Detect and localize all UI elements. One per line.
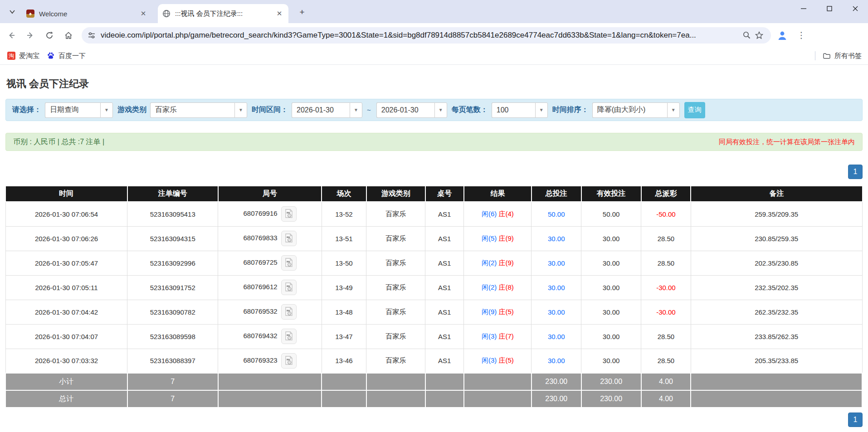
- cell-game: 百家乐: [366, 324, 425, 349]
- tab-search-button[interactable]: [5, 5, 19, 19]
- video-replay-icon: [283, 257, 294, 268]
- column-header: 桌号: [425, 186, 464, 202]
- summary-cell: 7: [127, 373, 218, 390]
- summary-cell: 230.00: [581, 373, 641, 390]
- site-info-icon[interactable]: [87, 31, 96, 40]
- cell-valid_bet: 30.00: [581, 275, 641, 300]
- result-banker: 庄(5): [498, 308, 513, 316]
- cell-result: 闲(5) 庄(9): [464, 226, 532, 251]
- cell-valid_bet: 30.00: [581, 324, 641, 349]
- bet-records-table: 时间注单编号局号场次游戏类别桌号结果总投注有效投注总派彩备注 2026-01-3…: [5, 186, 863, 408]
- cell-total_bet[interactable]: 30.00: [532, 251, 581, 275]
- bookmark-taobao[interactable]: 淘 爱淘宝: [7, 52, 39, 60]
- cell-valid_bet: 30.00: [581, 300, 641, 324]
- query-type-select[interactable]: 日期查询 ▼: [45, 102, 113, 118]
- summary-cell: [322, 373, 366, 390]
- home-button[interactable]: [61, 28, 76, 43]
- cell-total_bet[interactable]: 30.00: [532, 226, 581, 251]
- back-button[interactable]: [4, 28, 19, 43]
- forward-button[interactable]: [23, 28, 38, 43]
- date-to-select[interactable]: 2026-01-30 ▼: [376, 102, 447, 118]
- page-1-button[interactable]: 1: [848, 413, 863, 427]
- per-page-select[interactable]: 100 ▼: [492, 102, 548, 118]
- cell-table_no: AS1: [425, 275, 464, 300]
- tab-welcome[interactable]: ♠ Welcome ✕: [22, 4, 152, 23]
- cell-bet_no: 523163088397: [127, 349, 218, 373]
- result-player: 闲(3): [482, 356, 497, 364]
- table-body: 2026-01-30 07:06:54523163095413680769916…: [6, 202, 863, 408]
- chevron-down-icon[interactable]: ▼: [234, 102, 247, 118]
- chevron-down-icon[interactable]: ▼: [100, 102, 113, 118]
- reload-button[interactable]: [42, 28, 57, 43]
- chevron-down-icon[interactable]: ▼: [667, 102, 680, 118]
- video-replay-button[interactable]: [281, 304, 297, 320]
- cell-time: 2026-01-30 07:04:07: [6, 324, 127, 349]
- all-bookmarks-button[interactable]: 所有书签: [823, 52, 862, 60]
- cell-total_bet[interactable]: 30.00: [532, 349, 581, 373]
- zoom-page-icon[interactable]: [740, 29, 753, 42]
- summary-cell: 230.00: [532, 373, 581, 390]
- chevron-down-icon[interactable]: ▼: [535, 102, 548, 118]
- profile-avatar[interactable]: [775, 28, 790, 43]
- cell-round: 680769532: [218, 300, 322, 324]
- search-button[interactable]: 查询: [684, 102, 705, 118]
- cell-total_bet[interactable]: 50.00: [532, 202, 581, 226]
- url-text[interactable]: videoie.com/ipl/portal.php/game/betrecor…: [101, 31, 740, 40]
- cell-total_bet[interactable]: 30.00: [532, 275, 581, 300]
- cell-valid_bet: 30.00: [581, 226, 641, 251]
- cell-payout: -30.00: [641, 300, 691, 324]
- summary-cell: [218, 390, 322, 408]
- result-banker: 庄(9): [498, 259, 513, 267]
- game-type-select[interactable]: 百家乐 ▼: [150, 102, 247, 118]
- video-replay-icon: [283, 282, 294, 292]
- chevron-down-icon[interactable]: ▼: [350, 102, 362, 118]
- new-tab-button[interactable]: +: [296, 6, 308, 19]
- table-row: 2026-01-30 07:06:26523163094315680769833…: [6, 226, 863, 251]
- cell-remark: 205.35/233.85: [691, 349, 862, 373]
- video-replay-button[interactable]: [281, 353, 297, 369]
- video-replay-button[interactable]: [281, 280, 297, 295]
- date-from-select[interactable]: 2026-01-30 ▼: [292, 102, 362, 118]
- video-replay-icon: [283, 330, 294, 341]
- sort-select[interactable]: 降幂(由大到小) ▼: [592, 102, 680, 118]
- video-replay-button[interactable]: [281, 255, 297, 271]
- maximize-button[interactable]: [816, 0, 842, 17]
- browser-menu-button[interactable]: ⋮: [794, 28, 809, 43]
- video-replay-icon: [283, 233, 294, 243]
- tab-title: Welcome: [39, 10, 139, 18]
- table-header-row: 时间注单编号局号场次游戏类别桌号结果总投注有效投注总派彩备注: [6, 186, 863, 202]
- close-window-button[interactable]: [842, 0, 868, 17]
- currency-summary: 币别 : 人民币 | 总共 :7 注单 |: [13, 137, 104, 147]
- tab-strip: ♠ Welcome ✕ :::视讯 会员下注纪录::: ✕ +: [0, 0, 868, 23]
- column-header: 备注: [691, 186, 862, 202]
- cell-total_bet[interactable]: 30.00: [532, 300, 581, 324]
- url-bar[interactable]: videoie.com/ipl/portal.php/game/betrecor…: [82, 27, 771, 44]
- summary-cell: [691, 373, 862, 390]
- tab-betrecord[interactable]: :::视讯 会员下注纪录::: ✕: [158, 4, 288, 23]
- pagination-bottom: 1: [5, 413, 863, 427]
- video-replay-button[interactable]: [281, 231, 297, 246]
- result-player: 闲(9): [482, 308, 497, 316]
- cell-total_bet[interactable]: 30.00: [532, 324, 581, 349]
- page-1-button[interactable]: 1: [848, 165, 863, 179]
- column-header: 局号: [218, 186, 322, 202]
- cell-result: 闲(6) 庄(4): [464, 202, 532, 226]
- table-row: 2026-01-30 07:03:32523163088397680769323…: [6, 349, 863, 373]
- bookmark-baidu[interactable]: 百度一下: [47, 52, 86, 60]
- summary-cell: 4.00: [641, 373, 691, 390]
- cell-remark: 232.35/202.35: [691, 275, 862, 300]
- summary-cell: [322, 390, 366, 408]
- bookmark-star-icon[interactable]: [753, 29, 766, 42]
- video-replay-button[interactable]: [281, 206, 297, 222]
- cell-table_no: AS1: [425, 202, 464, 226]
- chevron-down-icon[interactable]: ▼: [434, 102, 447, 118]
- cell-remark: 262.35/232.35: [691, 300, 862, 324]
- tab-close-icon[interactable]: ✕: [275, 9, 284, 18]
- welcome-favicon-icon: ♠: [26, 10, 34, 18]
- date-from-value: 2026-01-30: [292, 102, 350, 118]
- summary-cell: [464, 390, 532, 408]
- minimize-button[interactable]: [790, 0, 816, 17]
- video-replay-button[interactable]: [281, 329, 297, 344]
- cell-time: 2026-01-30 07:03:32: [6, 349, 127, 373]
- tab-close-icon[interactable]: ✕: [139, 9, 148, 18]
